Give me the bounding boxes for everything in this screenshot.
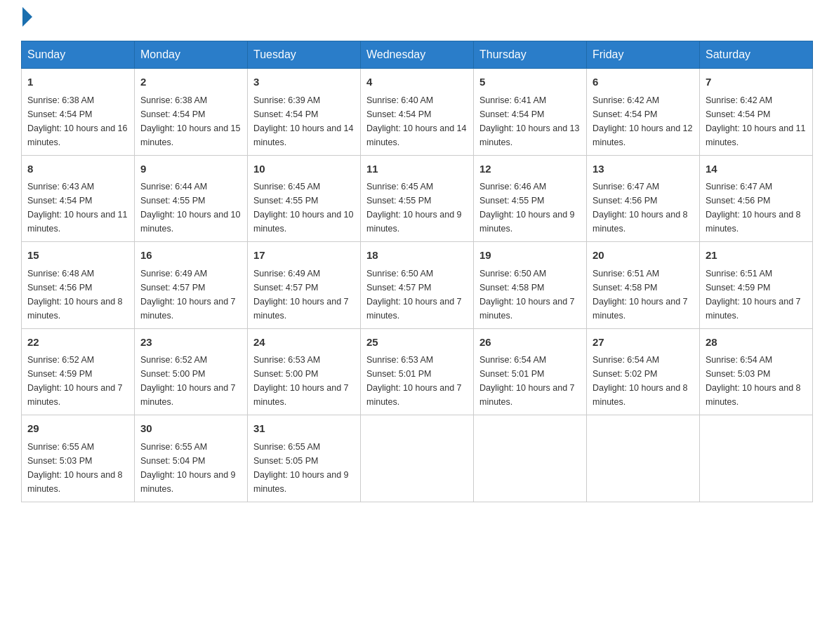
day-number: 7: [706, 74, 807, 90]
day-number: 29: [27, 421, 128, 437]
logo-triangle-icon: [22, 7, 32, 27]
calendar-cell: 21 Sunrise: 6:51 AMSunset: 4:59 PMDaylig…: [700, 242, 813, 329]
calendar-header-friday: Friday: [587, 41, 700, 69]
calendar-cell: 29 Sunrise: 6:55 AMSunset: 5:03 PMDaylig…: [22, 415, 135, 502]
day-info: Sunrise: 6:51 AMSunset: 4:58 PMDaylight:…: [593, 269, 688, 321]
day-number: 21: [706, 248, 807, 264]
day-number: 24: [253, 335, 355, 351]
day-info: Sunrise: 6:54 AMSunset: 5:02 PMDaylight:…: [593, 355, 688, 407]
calendar-header-row: SundayMondayTuesdayWednesdayThursdayFrid…: [22, 41, 813, 69]
day-info: Sunrise: 6:45 AMSunset: 4:55 PMDaylight:…: [366, 182, 462, 234]
day-number: 27: [593, 335, 694, 351]
day-number: 18: [366, 248, 468, 264]
calendar-header-monday: Monday: [135, 41, 248, 69]
day-info: Sunrise: 6:55 AMSunset: 5:05 PMDaylight:…: [253, 442, 349, 494]
day-number: 6: [593, 74, 694, 90]
day-number: 12: [479, 161, 581, 177]
day-number: 28: [706, 335, 807, 351]
calendar-cell: 7 Sunrise: 6:42 AMSunset: 4:54 PMDayligh…: [700, 69, 813, 156]
calendar-header-thursday: Thursday: [474, 41, 587, 69]
day-number: 30: [140, 421, 241, 437]
calendar-cell: 28 Sunrise: 6:54 AMSunset: 5:03 PMDaylig…: [700, 328, 813, 415]
day-info: Sunrise: 6:42 AMSunset: 4:54 PMDaylight:…: [706, 95, 805, 147]
day-number: 9: [140, 161, 241, 177]
calendar-cell: 12 Sunrise: 6:46 AMSunset: 4:55 PMDaylig…: [474, 155, 587, 242]
day-info: Sunrise: 6:53 AMSunset: 5:00 PMDaylight:…: [253, 355, 349, 407]
day-info: Sunrise: 6:47 AMSunset: 4:56 PMDaylight:…: [706, 182, 801, 234]
calendar-cell: [474, 415, 587, 502]
calendar-cell: 13 Sunrise: 6:47 AMSunset: 4:56 PMDaylig…: [587, 155, 700, 242]
day-number: 10: [253, 161, 355, 177]
day-number: 25: [366, 335, 468, 351]
calendar-cell: 1 Sunrise: 6:38 AMSunset: 4:54 PMDayligh…: [22, 69, 135, 156]
calendar-header-saturday: Saturday: [700, 41, 813, 69]
calendar-cell: 9 Sunrise: 6:44 AMSunset: 4:55 PMDayligh…: [135, 155, 248, 242]
calendar-week-row-5: 29 Sunrise: 6:55 AMSunset: 5:03 PMDaylig…: [22, 415, 813, 502]
calendar-cell: 14 Sunrise: 6:47 AMSunset: 4:56 PMDaylig…: [700, 155, 813, 242]
calendar-cell: 5 Sunrise: 6:41 AMSunset: 4:54 PMDayligh…: [474, 69, 587, 156]
day-number: 22: [27, 335, 128, 351]
day-info: Sunrise: 6:55 AMSunset: 5:04 PMDaylight:…: [140, 442, 236, 494]
day-info: Sunrise: 6:41 AMSunset: 4:54 PMDaylight:…: [479, 95, 579, 147]
day-info: Sunrise: 6:52 AMSunset: 4:59 PMDaylight:…: [27, 355, 123, 407]
calendar-cell: 4 Sunrise: 6:40 AMSunset: 4:54 PMDayligh…: [361, 69, 474, 156]
calendar-cell: 27 Sunrise: 6:54 AMSunset: 5:02 PMDaylig…: [587, 328, 700, 415]
day-info: Sunrise: 6:38 AMSunset: 4:54 PMDaylight:…: [140, 95, 240, 147]
day-info: Sunrise: 6:50 AMSunset: 4:57 PMDaylight:…: [366, 269, 462, 321]
calendar-cell: 10 Sunrise: 6:45 AMSunset: 4:55 PMDaylig…: [248, 155, 361, 242]
day-number: 26: [479, 335, 581, 351]
calendar-header-tuesday: Tuesday: [248, 41, 361, 69]
calendar-week-row-4: 22 Sunrise: 6:52 AMSunset: 4:59 PMDaylig…: [22, 328, 813, 415]
day-number: 20: [593, 248, 694, 264]
day-info: Sunrise: 6:54 AMSunset: 5:03 PMDaylight:…: [706, 355, 801, 407]
calendar-body: 1 Sunrise: 6:38 AMSunset: 4:54 PMDayligh…: [22, 69, 813, 502]
day-number: 16: [140, 248, 241, 264]
calendar-cell: 6 Sunrise: 6:42 AMSunset: 4:54 PMDayligh…: [587, 69, 700, 156]
calendar-cell: 16 Sunrise: 6:49 AMSunset: 4:57 PMDaylig…: [135, 242, 248, 329]
calendar-cell: 25 Sunrise: 6:53 AMSunset: 5:01 PMDaylig…: [361, 328, 474, 415]
day-info: Sunrise: 6:39 AMSunset: 4:54 PMDaylight:…: [253, 95, 353, 147]
calendar-cell: [361, 415, 474, 502]
day-number: 5: [479, 74, 581, 90]
day-number: 11: [366, 161, 468, 177]
day-number: 2: [140, 74, 241, 90]
day-info: Sunrise: 6:52 AMSunset: 5:00 PMDaylight:…: [140, 355, 236, 407]
calendar-cell: [700, 415, 813, 502]
day-info: Sunrise: 6:40 AMSunset: 4:54 PMDaylight:…: [366, 95, 466, 147]
day-number: 1: [27, 74, 128, 90]
logo: [21, 14, 32, 27]
calendar-cell: 23 Sunrise: 6:52 AMSunset: 5:00 PMDaylig…: [135, 328, 248, 415]
calendar-cell: 17 Sunrise: 6:49 AMSunset: 4:57 PMDaylig…: [248, 242, 361, 329]
calendar-week-row-2: 8 Sunrise: 6:43 AMSunset: 4:54 PMDayligh…: [22, 155, 813, 242]
calendar-header-wednesday: Wednesday: [361, 41, 474, 69]
calendar-week-row-3: 15 Sunrise: 6:48 AMSunset: 4:56 PMDaylig…: [22, 242, 813, 329]
calendar-cell: 20 Sunrise: 6:51 AMSunset: 4:58 PMDaylig…: [587, 242, 700, 329]
calendar-cell: [587, 415, 700, 502]
day-info: Sunrise: 6:54 AMSunset: 5:01 PMDaylight:…: [479, 355, 575, 407]
calendar-cell: 26 Sunrise: 6:54 AMSunset: 5:01 PMDaylig…: [474, 328, 587, 415]
day-info: Sunrise: 6:38 AMSunset: 4:54 PMDaylight:…: [27, 95, 127, 147]
day-info: Sunrise: 6:53 AMSunset: 5:01 PMDaylight:…: [366, 355, 462, 407]
day-info: Sunrise: 6:51 AMSunset: 4:59 PMDaylight:…: [706, 269, 801, 321]
day-info: Sunrise: 6:42 AMSunset: 4:54 PMDaylight:…: [593, 95, 692, 147]
day-number: 31: [253, 421, 355, 437]
calendar-cell: 31 Sunrise: 6:55 AMSunset: 5:05 PMDaylig…: [248, 415, 361, 502]
calendar-cell: 19 Sunrise: 6:50 AMSunset: 4:58 PMDaylig…: [474, 242, 587, 329]
day-number: 23: [140, 335, 241, 351]
calendar-header-sunday: Sunday: [22, 41, 135, 69]
day-info: Sunrise: 6:49 AMSunset: 4:57 PMDaylight:…: [140, 269, 236, 321]
calendar-cell: 3 Sunrise: 6:39 AMSunset: 4:54 PMDayligh…: [248, 69, 361, 156]
day-number: 15: [27, 248, 128, 264]
day-number: 14: [706, 161, 807, 177]
day-info: Sunrise: 6:46 AMSunset: 4:55 PMDaylight:…: [479, 182, 575, 234]
calendar-cell: 2 Sunrise: 6:38 AMSunset: 4:54 PMDayligh…: [135, 69, 248, 156]
day-info: Sunrise: 6:43 AMSunset: 4:54 PMDaylight:…: [27, 182, 127, 234]
header: [21, 14, 813, 27]
calendar-cell: 8 Sunrise: 6:43 AMSunset: 4:54 PMDayligh…: [22, 155, 135, 242]
calendar-cell: 18 Sunrise: 6:50 AMSunset: 4:57 PMDaylig…: [361, 242, 474, 329]
calendar-cell: 11 Sunrise: 6:45 AMSunset: 4:55 PMDaylig…: [361, 155, 474, 242]
day-info: Sunrise: 6:44 AMSunset: 4:55 PMDaylight:…: [140, 182, 240, 234]
day-number: 13: [593, 161, 694, 177]
calendar-cell: 22 Sunrise: 6:52 AMSunset: 4:59 PMDaylig…: [22, 328, 135, 415]
day-info: Sunrise: 6:50 AMSunset: 4:58 PMDaylight:…: [479, 269, 575, 321]
